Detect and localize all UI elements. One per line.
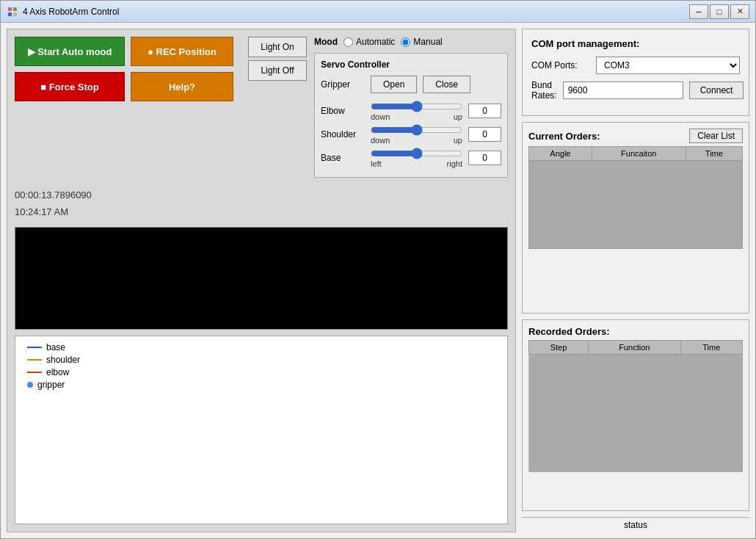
radio-automatic-label: Automatic bbox=[356, 37, 395, 47]
baud-rates-input[interactable] bbox=[563, 82, 683, 99]
app-icon bbox=[7, 6, 18, 18]
force-stop-button[interactable]: ■ Force Stop bbox=[15, 72, 125, 101]
current-orders-body bbox=[529, 161, 743, 249]
base-row: Base left right bbox=[321, 148, 501, 168]
light-controls: Light On Light Off bbox=[248, 37, 307, 81]
current-orders-header: Current Orders: Clear List bbox=[528, 129, 743, 143]
base-value-input[interactable] bbox=[468, 151, 501, 165]
col-angle: Angle bbox=[529, 147, 592, 161]
left-panel: ▶ Start Auto mood ● REC Position ■ Force… bbox=[7, 29, 516, 532]
com-title: COM port management: bbox=[531, 38, 740, 49]
base-right-label: right bbox=[447, 159, 462, 168]
current-orders-table: Angle Funcaiton Time bbox=[528, 146, 743, 249]
com-section: COM port management: COM Ports: COM3 Bun… bbox=[522, 29, 749, 116]
radio-manual-input[interactable] bbox=[401, 37, 410, 47]
connect-button[interactable]: Connect bbox=[689, 82, 744, 99]
base-hints: left right bbox=[371, 159, 462, 168]
close-button[interactable]: ✕ bbox=[730, 4, 749, 19]
maximize-button[interactable]: □ bbox=[710, 4, 729, 19]
rec-col-function: Function bbox=[589, 341, 681, 355]
com-ports-row: COM Ports: COM3 bbox=[531, 57, 740, 74]
legend-shoulder-line bbox=[27, 359, 42, 361]
light-on-button[interactable]: Light On bbox=[248, 37, 307, 57]
legend-base: base bbox=[27, 342, 495, 352]
timer-section: 00:00:13.7896090 10:24:17 AM bbox=[15, 187, 508, 221]
legend-shoulder-label: shoulder bbox=[46, 355, 80, 365]
rec-col-time: Time bbox=[680, 341, 742, 355]
main-window: 4 Axis RobotArm Control ─ □ ✕ ▶ Start Au… bbox=[0, 0, 756, 539]
gripper-open-button[interactable]: Open bbox=[371, 76, 417, 93]
right-panel: COM port management: COM Ports: COM3 Bun… bbox=[522, 29, 749, 532]
current-orders-section: Current Orders: Clear List Angle Funcait… bbox=[522, 122, 749, 314]
legend-base-label: base bbox=[46, 342, 65, 352]
shoulder-hints: down up bbox=[371, 136, 462, 145]
legend-elbow: elbow bbox=[27, 367, 495, 377]
elbow-up-label: up bbox=[454, 112, 462, 121]
recorded-orders-body bbox=[529, 355, 743, 472]
legend-shoulder: shoulder bbox=[27, 355, 495, 365]
recorded-orders-header-row: Step Function Time bbox=[529, 341, 743, 355]
window-controls: ─ □ ✕ bbox=[689, 4, 749, 19]
elbow-slider-container: down up bbox=[371, 101, 462, 121]
radio-automatic-input[interactable] bbox=[344, 37, 353, 47]
legend-gripper-label: gripper bbox=[37, 380, 65, 390]
legend-area: base shoulder elbow gripper bbox=[15, 336, 508, 524]
shoulder-value-input[interactable] bbox=[468, 127, 501, 142]
elbow-slider[interactable] bbox=[371, 101, 462, 112]
servo-label: Servo Controller bbox=[321, 59, 501, 70]
radio-manual-label: Manual bbox=[413, 37, 442, 47]
gripper-row: Gripper Open Close bbox=[321, 76, 501, 93]
recorded-orders-table: Step Function Time bbox=[528, 340, 743, 472]
legend-gripper-dot bbox=[27, 382, 33, 388]
com-ports-label: COM Ports: bbox=[531, 60, 590, 70]
current-orders-empty-row bbox=[529, 161, 743, 249]
legend-gripper: gripper bbox=[27, 380, 495, 390]
shoulder-slider[interactable] bbox=[371, 124, 462, 136]
current-orders-title: Current Orders: bbox=[528, 131, 600, 142]
shoulder-row: Shoulder down up bbox=[321, 124, 501, 145]
elbow-hints: down up bbox=[371, 112, 462, 121]
com-ports-select[interactable]: COM3 bbox=[596, 57, 740, 74]
legend-base-line bbox=[27, 347, 42, 348]
base-label: Base bbox=[321, 153, 365, 163]
current-orders-header-row: Angle Funcaiton Time bbox=[529, 147, 743, 161]
gripper-label: Gripper bbox=[321, 79, 365, 90]
elbow-label: Elbow bbox=[321, 106, 365, 116]
mood-label: Mood bbox=[314, 37, 338, 47]
base-slider[interactable] bbox=[371, 148, 462, 159]
clear-list-button[interactable]: Clear List bbox=[689, 129, 743, 143]
gripper-close-button[interactable]: Close bbox=[423, 76, 470, 93]
chart-area bbox=[15, 227, 508, 330]
elbow-row: Elbow down up bbox=[321, 101, 501, 121]
shoulder-slider-container: down up bbox=[371, 124, 462, 145]
elbow-value-input[interactable] bbox=[468, 104, 501, 118]
rec-col-step: Step bbox=[529, 341, 589, 355]
elbow-down-label: down bbox=[371, 112, 390, 121]
recorded-orders-section: Recorded Orders: Step Function Time bbox=[522, 319, 749, 511]
svg-rect-3 bbox=[13, 12, 17, 16]
rec-position-button[interactable]: ● REC Position bbox=[131, 37, 233, 66]
baud-rates-row: Bund Rates: Connect bbox=[531, 80, 740, 101]
recorded-orders-title: Recorded Orders: bbox=[528, 326, 743, 337]
baud-rates-label: Bund Rates: bbox=[531, 80, 557, 101]
servo-controller: Servo Controller Gripper Open Close Elbo… bbox=[314, 53, 508, 178]
radio-manual[interactable]: Manual bbox=[401, 37, 442, 47]
shoulder-label: Shoulder bbox=[321, 129, 365, 140]
svg-rect-0 bbox=[8, 7, 12, 11]
status-bar: status bbox=[522, 517, 749, 532]
col-time: Time bbox=[686, 147, 742, 161]
legend-elbow-line bbox=[27, 372, 42, 373]
start-auto-button[interactable]: ▶ Start Auto mood bbox=[15, 37, 125, 66]
radio-automatic[interactable]: Automatic bbox=[344, 37, 395, 47]
help-button[interactable]: Help? bbox=[131, 72, 233, 101]
window-title: 4 Axis RobotArm Control bbox=[23, 7, 689, 17]
light-off-button[interactable]: Light Off bbox=[248, 60, 307, 81]
base-slider-container: left right bbox=[371, 148, 462, 168]
minimize-button[interactable]: ─ bbox=[689, 4, 708, 19]
recorded-orders-empty-row bbox=[529, 355, 743, 472]
elapsed-time: 00:00:13.7896090 bbox=[15, 187, 508, 203]
legend-elbow-label: elbow bbox=[46, 367, 69, 377]
svg-rect-1 bbox=[13, 7, 17, 11]
base-left-label: left bbox=[371, 159, 382, 168]
col-function: Funcaiton bbox=[592, 147, 686, 161]
